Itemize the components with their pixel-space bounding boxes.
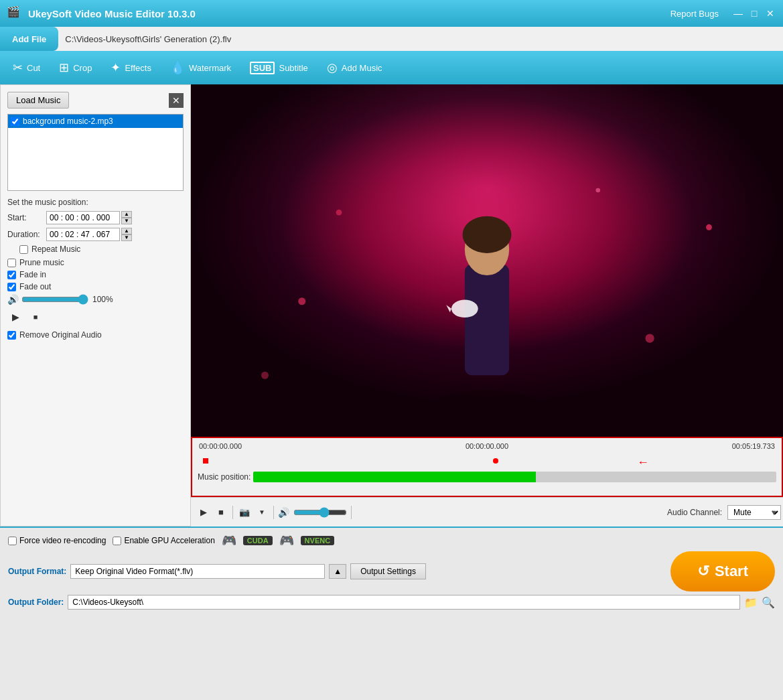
video-content <box>191 84 783 437</box>
volume-icon: 🔊 <box>7 294 19 305</box>
toolbar-effects[interactable]: ✦ Effects <box>101 51 161 84</box>
volume-icon-ctrl: 🔊 <box>278 507 289 518</box>
stop-button[interactable]: ■ <box>27 309 44 325</box>
output-settings-button[interactable]: Output Settings <box>350 563 426 579</box>
audio-channel-dropdown-icon: ▼ <box>770 508 778 516</box>
music-position-bar-bg[interactable] <box>253 472 776 482</box>
timeline-markers: 00:00:00.000 00:00:00.000 00:05:19.733 <box>198 442 776 450</box>
audio-channel-label: Audio Channel: <box>667 508 722 517</box>
title-bar: 🎬 UkeySoft Video Music Editor 10.3.0 Rep… <box>0 0 783 27</box>
start-decrement-btn[interactable]: ▼ <box>121 218 132 224</box>
duration-decrement-btn[interactable]: ▼ <box>121 234 132 241</box>
svg-point-10 <box>706 224 712 230</box>
svg-point-8 <box>298 297 305 305</box>
fade-out-checkbox[interactable] <box>7 283 16 291</box>
repeat-music-label: Repeat Music <box>31 244 80 254</box>
timeline-marker-3: 00:05:19.733 <box>732 442 775 450</box>
playback-volume-slider[interactable] <box>293 507 347 518</box>
output-folder-input[interactable] <box>68 595 740 610</box>
window-controls: — □ ✕ <box>732 7 776 19</box>
volume-row: 🔊 100% <box>7 294 184 305</box>
start-increment-btn[interactable]: ▲ <box>121 211 132 218</box>
svg-point-5 <box>463 216 512 253</box>
fade-in-checkbox[interactable] <box>7 271 16 279</box>
subtitle-icon: SUB <box>250 62 275 74</box>
close-button[interactable]: ✕ <box>764 7 776 19</box>
prune-music-row: Prune music <box>7 258 184 267</box>
svg-point-13 <box>336 210 342 216</box>
output-folder-row: Output Folder: 📁 🔍 <box>8 595 775 610</box>
load-music-button[interactable]: Load Music <box>7 92 69 109</box>
watermark-icon: 💧 <box>170 60 185 75</box>
browse-folder-button[interactable]: 📁 <box>744 596 758 609</box>
volume-slider[interactable] <box>21 294 88 305</box>
toolbar-effects-label: Effects <box>125 63 151 73</box>
toolbar-watermark-label: Watermark <box>189 63 231 73</box>
controls-separator-1 <box>232 506 233 519</box>
toolbar-crop[interactable]: ⊞ Crop <box>50 51 101 84</box>
playback-play-button[interactable]: ▶ <box>196 505 211 520</box>
music-list-item[interactable]: background music-2.mp3 <box>8 115 183 128</box>
music-position-section-label: Set the music position: <box>7 198 184 207</box>
screenshot-dropdown-button[interactable]: ▼ <box>255 505 269 520</box>
start-time-input[interactable] <box>46 211 120 224</box>
prune-music-checkbox[interactable] <box>7 259 16 267</box>
volume-percent-label: 100% <box>92 295 113 304</box>
toolbar-add-music[interactable]: ◎ Add Music <box>317 51 392 84</box>
start-button[interactable]: ↺ Start <box>670 551 775 591</box>
timeline-track[interactable]: ← <box>198 453 776 469</box>
svg-point-6 <box>451 300 478 318</box>
output-format-row: Output Format: ▲ Output Settings ↺ Start <box>8 551 775 591</box>
controls-separator-3 <box>351 506 352 519</box>
screenshot-button[interactable]: 📷 <box>237 505 252 520</box>
cut-icon: ✂ <box>13 60 23 75</box>
music-item-label: background music-2.mp3 <box>23 117 113 126</box>
video-area <box>191 84 783 437</box>
timeline-marker-2: 00:00:00.000 <box>466 442 508 450</box>
toolbar-watermark[interactable]: 💧 Watermark <box>161 51 240 84</box>
timeline-needle-left <box>203 458 208 464</box>
output-format-label: Output Format: <box>8 567 66 576</box>
prune-music-label: Prune music <box>19 258 64 267</box>
toolbar-subtitle[interactable]: SUB Subtitle <box>240 51 317 84</box>
playback-controls: ▶ ■ 📷 ▼ 🔊 Audio Channel: Mute Left Right… <box>191 497 783 527</box>
add-music-icon: ◎ <box>327 60 338 75</box>
output-format-dropdown-button[interactable]: ▲ <box>329 564 346 579</box>
playback-stop-button[interactable]: ■ <box>214 505 228 520</box>
output-format-input[interactable] <box>70 564 325 579</box>
cuda-badge: CUDA <box>243 536 273 545</box>
minimize-button[interactable]: — <box>732 7 744 19</box>
add-file-button[interactable]: Add File <box>0 27 58 51</box>
maximize-button[interactable]: □ <box>748 7 760 19</box>
duration-increment-btn[interactable]: ▲ <box>121 228 132 234</box>
add-file-bar: Add File C:\Videos-Ukeysoft\Girls' Gener… <box>0 27 783 51</box>
footer: Force video re-encoding Enable GPU Accel… <box>0 527 783 615</box>
toolbar-subtitle-label: Subtitle <box>279 63 307 73</box>
search-folder-button[interactable]: 🔍 <box>762 596 775 609</box>
report-bugs-link[interactable]: Report Bugs <box>670 9 719 19</box>
force-reencode-group: Force video re-encoding <box>8 536 106 545</box>
remove-original-audio-checkbox[interactable] <box>7 331 16 340</box>
svg-point-11 <box>261 372 269 379</box>
start-spinner: ▲ ▼ <box>121 211 132 224</box>
nvidia-icon-nvenc: 🎮 <box>279 533 294 548</box>
music-position-label: Music position: <box>198 472 251 482</box>
toolbar-cut[interactable]: ✂ Cut <box>3 51 50 84</box>
toolbar-cut-label: Cut <box>27 63 40 73</box>
duration-spinner: ▲ ▼ <box>121 228 132 241</box>
force-reencode-checkbox[interactable] <box>8 537 17 545</box>
duration-field-row: Duration: ▲ ▼ <box>7 228 184 241</box>
fade-out-label: Fade out <box>19 282 51 291</box>
fade-in-label: Fade in <box>19 270 46 279</box>
enable-gpu-label: Enable GPU Acceleration <box>124 536 214 545</box>
duration-time-input[interactable] <box>46 228 120 241</box>
enable-gpu-checkbox[interactable] <box>113 537 121 545</box>
remove-original-audio-label: Remove Original Audio <box>19 330 102 340</box>
repeat-music-checkbox[interactable] <box>19 245 28 254</box>
music-item-checkbox[interactable] <box>11 117 19 126</box>
close-panel-button[interactable]: ✕ <box>169 93 184 108</box>
crop-icon: ⊞ <box>59 60 69 75</box>
play-button[interactable]: ▶ <box>7 309 23 325</box>
duration-label: Duration: <box>7 230 46 239</box>
timeline-area: 00:00:00.000 00:00:00.000 00:05:19.733 ←… <box>191 437 783 497</box>
